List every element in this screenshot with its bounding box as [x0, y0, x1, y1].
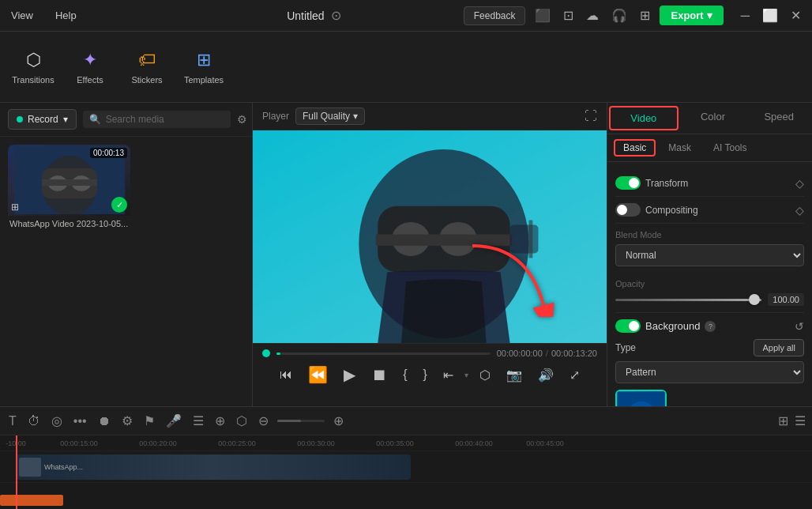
feedback-button[interactable]: Feedback: [464, 6, 526, 25]
timeline-ruler: -10:00 00:00:15:00 00:00:20:00 00:00:25:…: [0, 435, 812, 451]
opacity-slider-thumb[interactable]: [749, 294, 760, 305]
blend-mode-select[interactable]: Normal: [615, 244, 804, 266]
compositing-toggle[interactable]: [615, 203, 641, 217]
media-item[interactable]: 00:00:13 ✓ ⊞ WhatsApp Video 2023-10-05..…: [8, 145, 130, 232]
background-label-row: Background ?: [615, 319, 716, 333]
skip-back-button[interactable]: ⏮: [275, 365, 297, 384]
add-to-timeline-button[interactable]: ⬡: [475, 365, 495, 385]
resize-button[interactable]: ⤢: [565, 365, 585, 385]
background-info-icon[interactable]: ?: [705, 321, 716, 332]
menu-help[interactable]: Help: [51, 6, 81, 25]
filter-icon[interactable]: ⚙: [237, 113, 247, 126]
grid-view-button[interactable]: ⊞: [778, 413, 788, 428]
layout-icon[interactable]: ⊡: [560, 5, 577, 26]
player-header: Player Full Quality ▾ ⛶: [253, 103, 607, 130]
opacity-slider-track[interactable]: [615, 299, 761, 301]
stickers-label: Stickers: [131, 75, 162, 85]
timeline-clip-1[interactable]: WhatsApp...: [16, 454, 411, 480]
opacity-label-row: Opacity: [615, 279, 804, 288]
tab-color[interactable]: Color: [680, 103, 746, 134]
background-header: Background ? ↺: [615, 319, 804, 333]
type-label: Type: [615, 342, 636, 353]
menu-view[interactable]: View: [6, 6, 38, 25]
mic-tool-button[interactable]: 🎤: [164, 411, 184, 431]
tab-speed[interactable]: Speed: [746, 103, 812, 134]
tool-templates[interactable]: ⊞ Templates: [177, 37, 231, 96]
clock-tool-button[interactable]: ⏱: [25, 412, 43, 431]
transform-keyframe-icon[interactable]: ◇: [795, 177, 804, 190]
quality-chevron-icon: ▾: [353, 111, 358, 122]
background-toggle[interactable]: [615, 319, 641, 333]
right-subtabs: Basic Mask AI Tools: [607, 134, 812, 162]
export-button[interactable]: Export ▾: [660, 6, 723, 25]
snapshot-button[interactable]: 📷: [502, 365, 527, 385]
type-row: Type Apply all: [615, 339, 804, 356]
pattern-thumb-1[interactable]: 🌐: [615, 390, 667, 406]
time-marker-7: 00:00:40:00: [455, 439, 493, 447]
quality-value: Full Quality: [303, 111, 350, 122]
sticker-tl-button[interactable]: ⬡: [234, 411, 250, 431]
subtab-mask[interactable]: Mask: [659, 139, 701, 156]
grid-icon[interactable]: ⊞: [637, 5, 653, 26]
minus-zoom-button[interactable]: ⊖: [256, 411, 271, 431]
captions-tool-button[interactable]: ☰: [190, 411, 206, 431]
compositing-keyframe-icon[interactable]: ◇: [795, 204, 804, 217]
monitor-icon[interactable]: ⬛: [532, 5, 554, 26]
playhead-dot[interactable]: [262, 349, 270, 357]
more-tools-button[interactable]: •••: [71, 412, 89, 431]
tab-video[interactable]: Video: [609, 106, 679, 130]
timeline-bottom-bar: [0, 495, 812, 509]
effects-tl-button[interactable]: ⊕: [212, 411, 227, 431]
headphone-icon[interactable]: 🎧: [608, 5, 630, 26]
record-tl-button[interactable]: ⏺: [96, 412, 113, 431]
transitions-label: Transitions: [12, 75, 54, 85]
step-back-button[interactable]: ⏪: [303, 363, 333, 386]
zoom-track[interactable]: [277, 420, 325, 422]
maximize-button[interactable]: ⬜: [757, 6, 783, 25]
text-tool-button[interactable]: T: [6, 412, 19, 431]
list-view-button[interactable]: ☰: [795, 413, 806, 428]
plus-zoom-button[interactable]: ⊕: [331, 411, 346, 431]
apply-all-button[interactable]: Apply all: [754, 339, 804, 356]
transform-toggle[interactable]: [615, 176, 641, 190]
total-time: 00:00:13:20: [551, 349, 597, 358]
player-video: [253, 130, 607, 343]
timeline-bottom-clip[interactable]: [0, 495, 63, 506]
audio-button[interactable]: 🔊: [533, 365, 558, 385]
range-button[interactable]: ⇤: [438, 365, 458, 385]
settings-tool-button[interactable]: ⚙: [119, 411, 135, 431]
video-svg: [253, 130, 607, 343]
play-button[interactable]: ▶: [339, 363, 360, 386]
in-point-button[interactable]: {: [398, 365, 412, 384]
stop-button[interactable]: ⏹: [367, 364, 392, 386]
cloud-icon[interactable]: ☁: [583, 5, 602, 26]
close-button[interactable]: ✕: [786, 6, 806, 25]
record-label: Record: [28, 114, 58, 125]
subtab-ai-tools[interactable]: AI Tools: [704, 139, 756, 156]
tool-effects[interactable]: ✦ Effects: [63, 37, 117, 96]
time-separator: /: [546, 349, 548, 358]
background-reset-icon[interactable]: ↺: [795, 320, 804, 333]
media-filename-label: WhatsApp Video 2023-10-05...: [8, 216, 130, 232]
quality-select[interactable]: Full Quality ▾: [295, 107, 365, 125]
left-panel-header: Record ▾ 🔍 ⚙ •••: [0, 103, 252, 137]
record-button[interactable]: Record ▾: [8, 109, 77, 130]
compositing-row: Compositing ◇: [615, 197, 804, 224]
motion-tool-button[interactable]: ◎: [49, 411, 65, 431]
tool-stickers[interactable]: 🏷 Stickers: [120, 37, 174, 96]
opacity-value: 100.00: [768, 293, 804, 306]
out-point-button[interactable]: }: [419, 365, 432, 384]
pattern-type-select[interactable]: Pattern: [615, 361, 804, 383]
timeline-area: T ⏱ ◎ ••• ⏺ ⚙ ⚑ 🎤 ☰ ⊕ ⬡ ⊖ ⊕ ⊞ ☰ -10:00 0…: [0, 406, 812, 509]
search-input[interactable]: [106, 114, 224, 125]
flag-tool-button[interactable]: ⚑: [141, 411, 157, 431]
window-controls: ─ ⬜ ✕: [736, 6, 806, 25]
transform-label-group: Transform: [615, 176, 688, 190]
progress-track[interactable]: [276, 353, 491, 355]
subtab-basic[interactable]: Basic: [614, 139, 656, 156]
tool-transitions[interactable]: ⬡ Transitions: [6, 37, 60, 96]
minimize-button[interactable]: ─: [736, 6, 754, 25]
search-bar[interactable]: 🔍: [83, 111, 231, 128]
fullscreen-icon[interactable]: ⛶: [585, 109, 597, 123]
effects-icon: ✦: [83, 50, 97, 70]
